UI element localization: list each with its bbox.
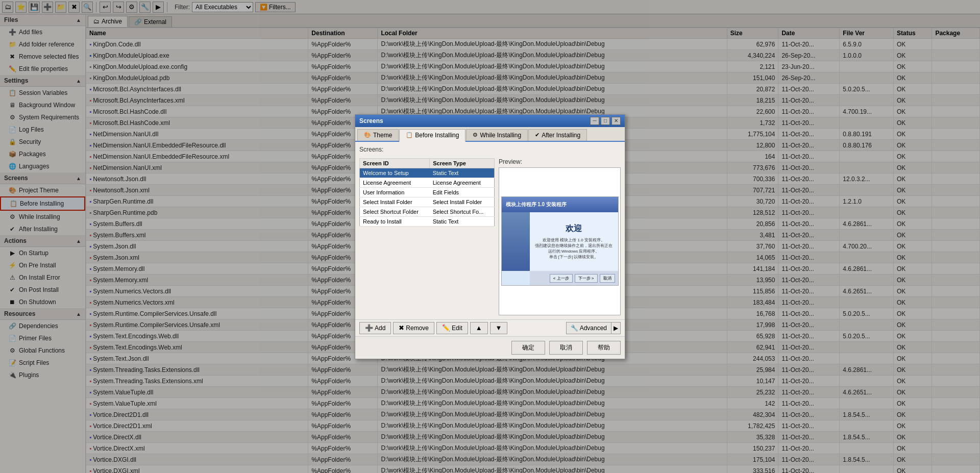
- preview-header-text: 模块上传程序 1.0 安装程序: [506, 201, 567, 208]
- move-up-button[interactable]: ▲: [470, 322, 488, 334]
- modal-close-button[interactable]: ✕: [611, 117, 621, 125]
- preview-panel: Preview: 模块上传程序 1.0 安装程序 欢迎 欢迎使用 模块上传 1.…: [499, 158, 621, 315]
- screens-list-container: Screen ID Screen Type Welcome to Setup S…: [359, 158, 495, 315]
- modal-tab-theme[interactable]: 🎨 Theme: [357, 129, 399, 141]
- advanced-icon: 🔧: [571, 325, 578, 332]
- preview-btn-next: 下一步 >: [575, 274, 598, 283]
- screen-table-row[interactable]: Select Install Folder Select Install Fol…: [360, 197, 495, 207]
- edit-screen-label: Edit: [452, 325, 462, 332]
- screen-type-cell: Static Text: [430, 216, 495, 226]
- screen-table-row[interactable]: Select Shortcut Folder Select Shortcut F…: [360, 207, 495, 216]
- before-tab-icon: 📋: [406, 132, 413, 138]
- modal-content: Screens: Screen ID Screen Type Welcome t…: [355, 142, 625, 319]
- screen-table-row[interactable]: License Agreement License Agreement: [360, 178, 495, 187]
- move-down-icon: ▼: [496, 324, 502, 332]
- edit-screen-icon: ✏️: [442, 324, 450, 332]
- preview-footer: < 上一步 下一步 > 取消: [530, 271, 618, 285]
- modal-tab-after-installing[interactable]: ✔ After Installing: [528, 129, 587, 141]
- screens-modal: Screens ─ □ ✕ 🎨 Theme 📋 Before Installin…: [355, 114, 625, 359]
- preview-label: Preview:: [499, 158, 621, 165]
- screen-id-cell: User Information: [360, 187, 430, 197]
- modal-tabs: 🎨 Theme 📋 Before Installing ⚙ While Inst…: [355, 127, 625, 142]
- remove-screen-label: Remove: [406, 325, 429, 332]
- advanced-dropdown-icon: ▶: [614, 325, 618, 332]
- modal-title-buttons: ─ □ ✕: [590, 117, 621, 125]
- add-screen-label: Add: [375, 325, 385, 332]
- after-tab-label: After Installing: [542, 132, 580, 139]
- modal-title: Screens: [359, 117, 383, 125]
- screens-label: Screens:: [359, 146, 621, 153]
- after-tab-icon: ✔: [535, 132, 540, 138]
- advanced-main-button[interactable]: 🔧 Advanced: [566, 322, 611, 334]
- modal-overlay: Screens ─ □ ✕ 🎨 Theme 📋 Before Installin…: [0, 0, 980, 473]
- move-down-button[interactable]: ▼: [490, 322, 508, 334]
- modal-titlebar: Screens ─ □ ✕: [355, 115, 625, 127]
- preview-btn-back: < 上一步: [550, 274, 573, 283]
- theme-tab-icon: 🎨: [364, 132, 371, 138]
- modal-tab-before-installing[interactable]: 📋 Before Installing: [399, 129, 465, 142]
- screen-id-cell: Select Install Folder: [360, 197, 430, 207]
- before-tab-label: Before Installing: [415, 132, 459, 139]
- preview-image: 模块上传程序 1.0 安装程序 欢迎 欢迎使用 模块上传 1.0 安装程序。 强…: [501, 196, 619, 286]
- remove-screen-button[interactable]: ✖ Remove: [393, 322, 434, 334]
- advanced-button-group: 🔧 Advanced ▶: [566, 322, 621, 334]
- preview-body: 欢迎 欢迎使用 模块上传 1.0 安装程序。 强烈建议您在继续操作之前，退出所有…: [530, 212, 618, 271]
- screen-id-cell: Ready to Install: [360, 216, 430, 226]
- modal-actions: 确定 取消 帮助: [355, 336, 625, 359]
- screens-table: Screen ID Screen Type Welcome to Setup S…: [359, 158, 495, 227]
- theme-tab-label: Theme: [373, 132, 392, 139]
- remove-screen-icon: ✖: [399, 324, 404, 332]
- advanced-dropdown-button[interactable]: ▶: [611, 322, 621, 334]
- cancel-button[interactable]: 取消: [549, 341, 583, 355]
- screen-type-cell: Edit Fields: [430, 187, 495, 197]
- screen-col-type[interactable]: Screen Type: [430, 158, 495, 168]
- preview-header: 模块上传程序 1.0 安装程序: [502, 197, 618, 212]
- edit-screen-button[interactable]: ✏️ Edit: [436, 322, 468, 334]
- screen-table-row[interactable]: Ready to Install Static Text: [360, 216, 495, 226]
- screen-id-cell: Select Shortcut Folder: [360, 207, 430, 216]
- screen-table-row[interactable]: Welcome to Setup Static Text: [360, 168, 495, 178]
- preview-box: 模块上传程序 1.0 安装程序 欢迎 欢迎使用 模块上传 1.0 安装程序。 强…: [499, 167, 621, 315]
- screen-type-cell: Select Shortcut Fo...: [430, 207, 495, 216]
- screen-table-row[interactable]: User Information Edit Fields: [360, 187, 495, 197]
- add-screen-icon: ➕: [365, 324, 373, 332]
- preview-sidebar: [502, 212, 530, 271]
- preview-welcome-title: 欢迎: [566, 223, 582, 234]
- screen-type-cell: Static Text: [430, 168, 495, 178]
- while-tab-label: While Installing: [480, 132, 521, 139]
- help-button[interactable]: 帮助: [587, 341, 621, 355]
- modal-minimize-button[interactable]: ─: [590, 117, 599, 125]
- screen-id-cell: Welcome to Setup: [360, 168, 430, 178]
- screen-col-id[interactable]: Screen ID: [360, 158, 430, 168]
- preview-welcome-text3: 单击 [下一步] 以继续安装。: [549, 254, 599, 260]
- preview-welcome-text1: 欢迎使用 模块上传 1.0 安装程序。: [543, 237, 605, 243]
- preview-welcome-text2: 强烈建议您在继续操作之前，退出所有正在运行的 Windows 应用程序。: [534, 243, 614, 254]
- modal-tab-while-installing[interactable]: ⚙ While Installing: [466, 129, 528, 141]
- screens-table-body: Welcome to Setup Static Text License Agr…: [360, 168, 495, 226]
- move-up-icon: ▲: [476, 324, 482, 332]
- modal-maximize-button[interactable]: □: [601, 117, 610, 125]
- screen-type-cell: License Agreement: [430, 178, 495, 187]
- screen-type-cell: Select Install Folder: [430, 197, 495, 207]
- screens-panel: Screen ID Screen Type Welcome to Setup S…: [359, 158, 621, 315]
- screen-id-cell: License Agreement: [360, 178, 430, 187]
- advanced-label: Advanced: [580, 325, 607, 332]
- while-tab-icon: ⚙: [473, 132, 478, 138]
- add-screen-button[interactable]: ➕ Add: [359, 322, 391, 334]
- preview-btn-cancel: 取消: [600, 274, 615, 283]
- modal-toolbar: ➕ Add ✖ Remove ✏️ Edit ▲ ▼ 🔧 Advanced: [355, 319, 625, 336]
- ok-button[interactable]: 确定: [511, 341, 545, 355]
